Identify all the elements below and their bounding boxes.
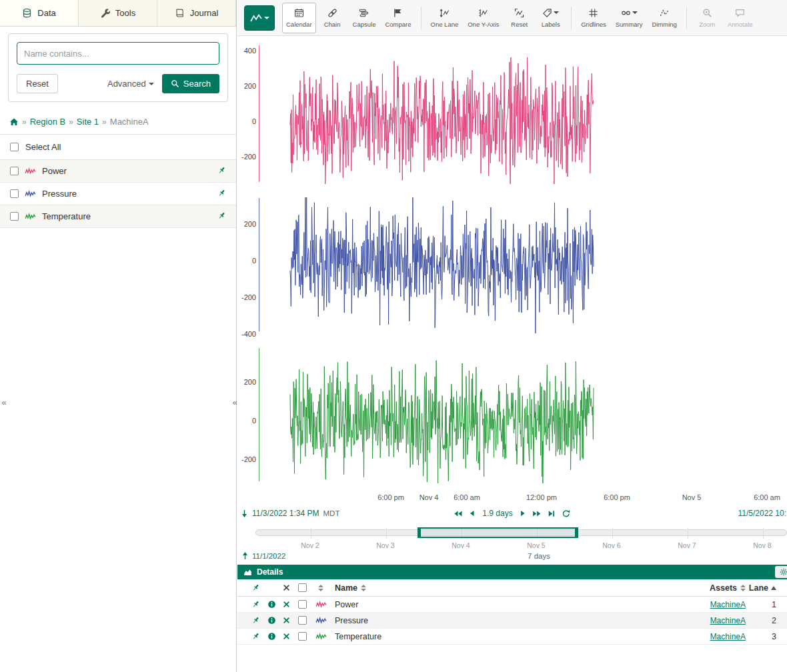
item-checkbox[interactable] [10, 212, 19, 221]
asset-link[interactable]: MachineA [710, 600, 746, 609]
caret-down-icon [149, 83, 154, 88]
remove-all-icon[interactable] [279, 584, 293, 591]
info-icon[interactable] [267, 600, 276, 609]
signal-trace-temperature[interactable] [259, 343, 787, 489]
pan-to-now-icon[interactable] [548, 509, 556, 518]
breadcrumb-link-site-1[interactable]: Site 1 [77, 117, 99, 127]
signal-trace-pressure[interactable] [259, 193, 787, 339]
toolbar-capsule[interactable]: Capsule [349, 3, 380, 33]
pan-back-icon[interactable] [468, 509, 476, 517]
y-axis-label: 0 [237, 257, 256, 265]
signal-trace-power[interactable] [259, 40, 787, 190]
gridlines-icon [588, 8, 598, 18]
item-checkbox[interactable] [10, 189, 19, 198]
reset-button[interactable]: Reset [17, 74, 58, 93]
tab-data[interactable]: Data [0, 0, 79, 26]
pin-icon[interactable] [217, 211, 226, 220]
timebar-selection[interactable] [420, 527, 576, 538]
refresh-icon[interactable] [562, 509, 571, 518]
close-icon[interactable] [283, 633, 290, 640]
range-end-label[interactable]: 11/5/2022 10: [738, 509, 786, 518]
lane-column-label[interactable]: Lane [749, 583, 768, 593]
pan-back-far-icon[interactable] [454, 509, 462, 518]
select-all-checkbox[interactable] [10, 143, 19, 151]
assets-column-label[interactable]: Assets [710, 583, 737, 593]
item-name: Pressure [42, 189, 77, 199]
row-checkbox[interactable] [298, 632, 307, 641]
asset-item-power[interactable]: Power [0, 160, 236, 183]
wrench-icon [100, 8, 110, 18]
toolbar-compare[interactable]: Compare [381, 3, 415, 33]
info-icon[interactable] [267, 632, 276, 641]
close-icon[interactable] [283, 617, 290, 624]
pan-forward-icon[interactable] [519, 509, 527, 517]
breadcrumb-separator: » [69, 117, 73, 127]
close-icon[interactable] [283, 601, 290, 608]
toolbar-chain[interactable]: Chain [317, 3, 347, 33]
toolbar-dimming[interactable]: Dimming [648, 3, 680, 33]
name-column-label[interactable]: Name [335, 583, 357, 593]
toolbar-reset[interactable]: Reset [504, 3, 534, 33]
toolbar-gridlines[interactable]: Gridlines [577, 3, 610, 33]
arrow-up-icon [241, 551, 249, 560]
timebar-track[interactable] [255, 529, 787, 536]
sort-lane-asc-icon[interactable] [771, 586, 776, 590]
item-name: Temperature [42, 211, 91, 221]
breadcrumb-link-region-b[interactable]: Region B [30, 117, 65, 127]
details-row-temperature[interactable]: Temperature MachineA 3 [237, 629, 787, 645]
seeq-workbench: Data Tools Journal Reset Advanced Search… [0, 0, 787, 672]
y-axis-label: 200 [237, 220, 256, 228]
tab-tools[interactable]: Tools [79, 0, 157, 26]
toolbar-one-y-axis[interactable]: One Y-Axis [464, 3, 503, 33]
pan-forward-far-icon[interactable] [533, 509, 542, 518]
details-row-power[interactable]: Power MachineA 1 [237, 597, 787, 613]
gear-icon [780, 568, 787, 576]
sort-type-icon[interactable] [318, 585, 323, 591]
collapse-left-panel-icon[interactable]: « [1, 397, 7, 407]
item-checkbox[interactable] [10, 167, 19, 175]
y-axis-label: 0 [237, 117, 256, 125]
timebar-start: 11/1/2022 [241, 551, 285, 560]
pin-icon[interactable] [251, 600, 260, 609]
pin-icon[interactable] [217, 189, 226, 197]
details-row-pressure[interactable]: Pressure MachineA 2 [237, 613, 787, 629]
asset-item-temperature[interactable]: Temperature [0, 205, 236, 228]
toolbar-separator [571, 7, 572, 29]
trend-views-button[interactable] [244, 5, 275, 31]
signal-icon [25, 190, 36, 197]
chain-icon [327, 8, 337, 18]
asset-link[interactable]: MachineA [710, 616, 746, 625]
asset-link[interactable]: MachineA [710, 632, 746, 641]
details-select-all-checkbox[interactable] [298, 583, 307, 592]
toolbar-summary[interactable]: Summary [612, 3, 647, 33]
search-input[interactable] [17, 42, 219, 65]
duration-label[interactable]: 1.9 days [482, 509, 512, 518]
toolbar-labels[interactable]: Labels [536, 3, 566, 33]
sort-name-icon[interactable] [361, 585, 366, 591]
row-checkbox[interactable] [298, 616, 307, 625]
trend-icon [250, 13, 262, 23]
pin-icon[interactable] [217, 166, 226, 175]
timezone-label[interactable]: MDT [323, 509, 340, 517]
advanced-toggle[interactable]: Advanced [107, 79, 154, 89]
pin-icon[interactable] [251, 616, 260, 625]
row-lane: 3 [746, 632, 778, 641]
sort-assets-icon[interactable] [740, 585, 746, 591]
asset-item-pressure[interactable]: Pressure [0, 183, 236, 205]
range-start-label[interactable]: 11/3/2022 1:34 PM [252, 509, 319, 518]
tab-journal[interactable]: Journal [157, 0, 236, 26]
pin-icon[interactable] [251, 632, 260, 641]
pin-column-icon[interactable] [247, 583, 264, 592]
info-icon[interactable] [267, 616, 276, 625]
row-checkbox[interactable] [298, 600, 307, 609]
search-button[interactable]: Search [162, 74, 219, 93]
trend-toolbar: Calendar Chain Capsule Compare One Lane … [237, 0, 787, 36]
home-icon[interactable] [9, 117, 19, 127]
timebar-label: Nov 2 [301, 541, 319, 549]
toolbar-one-lane[interactable]: One Lane [427, 3, 463, 33]
details-settings-button[interactable] [775, 566, 787, 578]
toolbar-button-label: Chain [324, 21, 341, 28]
toolbar-calendar[interactable]: Calendar [282, 3, 316, 33]
timebar-start-label[interactable]: 11/1/2022 [252, 552, 285, 560]
x-axis-label: 6:00 am [454, 493, 480, 501]
